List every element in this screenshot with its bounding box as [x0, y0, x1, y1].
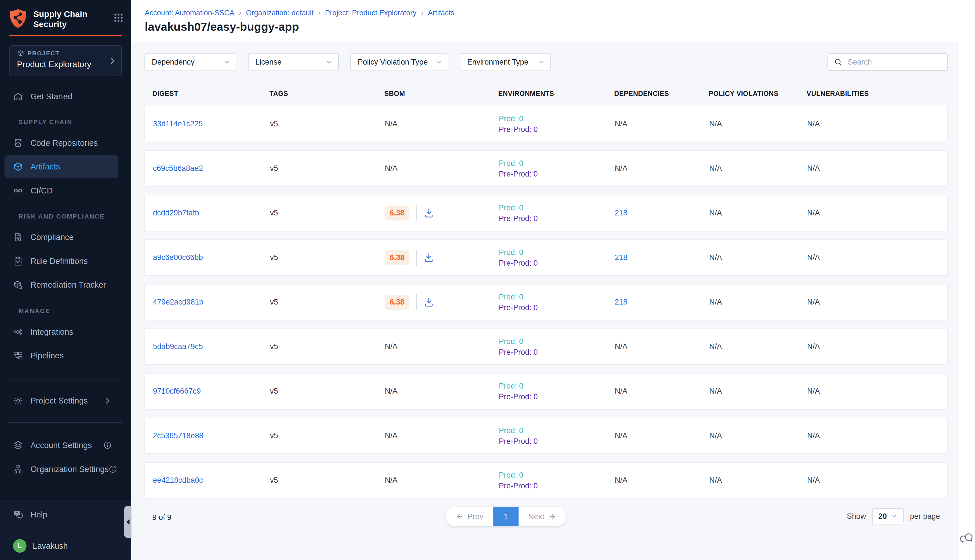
sidebar-item-project-settings[interactable]: Project Settings	[5, 390, 118, 412]
column-header-sbom: SBOM	[384, 90, 498, 98]
app-logo-row: Supply Chain Security	[9, 8, 124, 29]
feedback-chat-icon[interactable]	[960, 532, 974, 545]
page-size-dropdown[interactable]: 20	[872, 508, 903, 525]
svg-text:?: ?	[16, 511, 18, 515]
env-prod[interactable]: Prod: 0	[499, 113, 523, 124]
env-preprod[interactable]: Pre-Prod: 0	[499, 480, 538, 491]
digest-link[interactable]: 479e2acd981b	[153, 298, 204, 307]
env-prod[interactable]: Prod: 0	[499, 336, 523, 347]
vulnerabilities-value: N/A	[807, 164, 820, 173]
sidebar-item-rule-definitions[interactable]: Rule Definitions	[5, 250, 118, 272]
env-prod[interactable]: Prod: 0	[499, 158, 523, 168]
chevron-right-icon	[108, 57, 117, 65]
breadcrumb-artifacts[interactable]: Artifacts	[428, 8, 454, 17]
sidebar-collapse-handle[interactable]	[124, 506, 132, 538]
sidebar-item-pipelines[interactable]: Pipelines	[5, 345, 118, 366]
current-page-button[interactable]: 1	[493, 507, 519, 526]
sidebar-divider	[9, 380, 122, 380]
digest-link[interactable]: dcdd29b7fafb	[153, 209, 199, 217]
env-preprod[interactable]: Pre-Prod: 0	[499, 213, 538, 224]
download-sbom-icon[interactable]	[424, 297, 434, 308]
env-prod[interactable]: Prod: 0	[499, 292, 523, 302]
code-repo-icon	[13, 138, 23, 148]
chevron-down-icon	[325, 58, 333, 66]
sidebar-item-get-started[interactable]: Get Started	[5, 86, 118, 107]
tag-value: v5	[270, 164, 278, 173]
project-selector[interactable]: PROJECT Product Exploratory	[9, 45, 122, 76]
sidebar-item-code-repositories[interactable]: Code Repositories	[5, 132, 118, 154]
project-label: PROJECT	[28, 50, 60, 57]
env-prod[interactable]: Prod: 0	[499, 202, 523, 213]
digest-link[interactable]: 33d114e1c225	[153, 120, 203, 128]
digest-link[interactable]: 5dab9caa79c5	[153, 342, 203, 351]
dependencies-value[interactable]: 218	[615, 253, 628, 262]
digest-link[interactable]: ee4218cdba0c	[153, 476, 203, 485]
env-prod[interactable]: Prod: 0	[499, 470, 523, 480]
env-preprod[interactable]: Pre-Prod: 0	[499, 302, 538, 313]
next-page-button[interactable]: Next	[519, 507, 566, 526]
project-cube-icon	[17, 50, 24, 57]
result-count: 9 of 9	[152, 513, 172, 522]
filter-dependency-dropdown[interactable]: Dependency	[144, 53, 236, 71]
download-sbom-icon[interactable]	[424, 252, 434, 263]
table-row: 5dab9caa79c5 v5 N/A Prod: 0 Pre-Prod: 0 …	[144, 328, 948, 365]
dependencies-value[interactable]: 218	[615, 209, 628, 217]
breadcrumb: Account: Automation-SSCA › Organization:…	[145, 8, 454, 17]
page-size-control: Show 20 per page	[847, 508, 940, 525]
env-preprod[interactable]: Pre-Prod: 0	[499, 124, 538, 135]
app-switcher-grid-icon[interactable]	[113, 12, 124, 23]
digest-link[interactable]: 9710cf6667c9	[153, 387, 201, 396]
dependencies-value[interactable]: 218	[615, 298, 628, 307]
digest-link[interactable]: 2c5365718e88	[153, 432, 204, 440]
filter-environment-type-dropdown[interactable]: Environment Type	[460, 53, 551, 71]
env-prod[interactable]: Prod: 0	[499, 381, 523, 392]
clipboard-check-icon	[13, 256, 23, 266]
sbom-score-group: 6.38	[385, 205, 434, 221]
tag-value: v5	[270, 387, 278, 396]
digest-link[interactable]: a9c6e00c66bb	[153, 253, 203, 262]
env-prod[interactable]: Prod: 0	[499, 425, 523, 436]
dependencies-value: N/A	[615, 387, 628, 396]
breadcrumb-organization[interactable]: Organization: default	[246, 8, 314, 17]
sidebar-item-help[interactable]: ? Help	[5, 504, 118, 525]
table-header-row: DIGEST TAGS SBOM ENVIRONMENTS DEPENDENCI…	[144, 90, 948, 98]
sidebar-item-compliance[interactable]: Compliance	[5, 227, 118, 248]
dependencies-value: N/A	[615, 164, 628, 173]
breadcrumb-project[interactable]: Project: Product Exploratory	[325, 8, 416, 17]
env-preprod[interactable]: Pre-Prod: 0	[499, 436, 538, 447]
brand-accent-rule	[9, 35, 122, 37]
search-icon	[834, 58, 843, 67]
filter-license-dropdown[interactable]: License	[248, 53, 339, 71]
vulnerabilities-value: N/A	[807, 387, 820, 396]
env-preprod[interactable]: Pre-Prod: 0	[499, 168, 538, 179]
sidebar-item-artifacts[interactable]: Artifacts	[5, 155, 118, 178]
env-preprod[interactable]: Pre-Prod: 0	[499, 258, 538, 268]
filter-policy-violation-type-dropdown[interactable]: Policy Violation Type	[351, 53, 448, 71]
env-preprod[interactable]: Pre-Prod: 0	[499, 392, 538, 402]
sbom-na: N/A	[385, 387, 397, 396]
sidebar-heading-supply-chain: SUPPLY CHAIN	[18, 118, 72, 126]
tag-value: v5	[270, 432, 278, 440]
sbom-na: N/A	[385, 342, 397, 351]
breadcrumb-separator: ›	[239, 8, 242, 17]
sidebar-item-integrations[interactable]: Integrations	[5, 321, 118, 343]
user-menu[interactable]: L Lavakush	[5, 535, 118, 557]
table-body: 33d114e1c225 v5 N/A Prod: 0 Pre-Prod: 0 …	[144, 106, 948, 498]
sidebar-item-account-settings[interactable]: Account Settings	[5, 435, 118, 456]
download-sbom-icon[interactable]	[424, 208, 434, 218]
search-input[interactable]	[847, 58, 942, 67]
sidebar-item-organization-settings[interactable]: Organization Settings	[5, 458, 118, 480]
sidebar-item-cicd[interactable]: CI/CD	[5, 180, 118, 201]
env-prod[interactable]: Prod: 0	[499, 247, 523, 258]
breadcrumb-account[interactable]: Account: Automation-SSCA	[145, 8, 234, 17]
sidebar-heading-risk-compliance: RISK AND COMPLIANCE	[18, 213, 105, 220]
prev-page-button[interactable]: Prev	[446, 507, 493, 526]
digest-link[interactable]: c69c5b6a8ae2	[153, 164, 203, 173]
sbom-divider	[416, 250, 417, 266]
sidebar-item-remediation-tracker[interactable]: Remediation Tracker	[5, 274, 118, 295]
table-row: c69c5b6a8ae2 v5 N/A Prod: 0 Pre-Prod: 0 …	[144, 150, 948, 187]
env-preprod[interactable]: Pre-Prod: 0	[499, 347, 538, 358]
main-panel: Dependency License Policy Violation Type	[131, 42, 957, 560]
layers-icon	[13, 440, 23, 450]
policy-violations-value: N/A	[709, 387, 722, 396]
